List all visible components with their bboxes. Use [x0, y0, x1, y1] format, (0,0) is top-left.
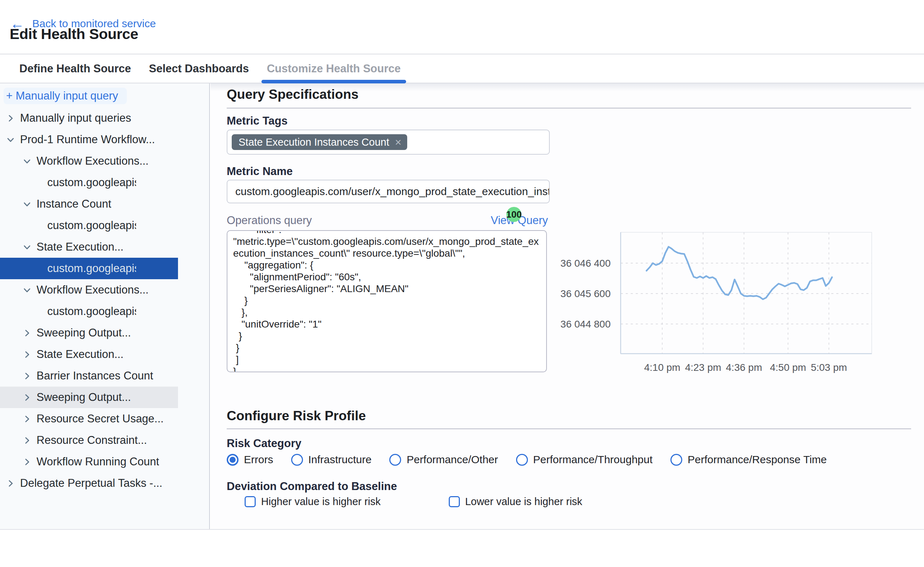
chevron-right-icon[interactable]	[22, 457, 32, 467]
tree-item-sweeping-output[interactable]: Sweeping Output...	[0, 387, 178, 408]
checkbox-option-label: Lower value is higher risk	[465, 496, 582, 508]
tree-item-barrier-instances-count[interactable]: Barrier Instances Count	[0, 365, 178, 387]
tree-item-custom-googleapis-co[interactable]: custom.googleapis.co	[0, 172, 178, 193]
radio-button-icon[interactable]	[291, 454, 303, 466]
tree-item-workflow-running-count[interactable]: Workflow Running Count	[0, 451, 178, 472]
tree-item-label: Workflow Executions...	[36, 284, 149, 296]
checkbox-option-lower-value-is-higher-risk[interactable]: Lower value is higher risk	[449, 496, 582, 508]
metric-name-label: Metric Name	[227, 165, 293, 178]
page-title: Edit Health Source	[10, 26, 138, 43]
chevron-right-icon[interactable]	[22, 436, 32, 445]
tree-item-label: custom.googleapis.co	[47, 305, 136, 318]
tree-item-label: Instance Count	[36, 198, 111, 210]
tree-item-label: Resource Constraint...	[36, 434, 147, 447]
tree-item-workflow-executions[interactable]: Workflow Executions...	[0, 150, 178, 172]
y-axis-tick-label: 36 046 400	[560, 258, 611, 269]
edit-health-source-screen: ← Back to monitored service Edit Health …	[0, 0, 924, 567]
tree-item-label: State Execution...	[36, 348, 123, 361]
radio-button-icon[interactable]	[389, 454, 401, 466]
metric-tags-input[interactable]: State Execution Instances Count ×	[227, 130, 550, 154]
section-divider	[227, 429, 911, 429]
radio-option-label: Infrastructure	[308, 453, 372, 466]
metric-tag-chip-label: State Execution Instances Count	[239, 136, 389, 148]
risk-category-label: Risk Category	[227, 437, 301, 450]
add-manual-query-label: + Manually input query	[6, 90, 118, 102]
footer: Previous Submit	[0, 529, 924, 567]
tree-item-instance-count[interactable]: Instance Count	[0, 193, 178, 215]
radio-option-errors[interactable]: Errors	[227, 453, 273, 466]
tree-item-workflow-executions[interactable]: Workflow Executions...	[0, 279, 178, 301]
tree-item-label: Prod-1 Runtime Workflow...	[20, 133, 155, 146]
tree-item-custom-googleapis-co[interactable]: custom.googleapis.co	[0, 301, 178, 322]
tree-item-state-execution[interactable]: State Execution...	[0, 236, 178, 258]
operations-query-code[interactable]: "filter": "metric.type=\"custom.googleap…	[227, 230, 546, 372]
tree-item-prod-1-runtime-workflow[interactable]: Prod-1 Runtime Workflow...	[0, 129, 178, 150]
radio-button-icon[interactable]	[227, 454, 239, 466]
chevron-right-icon[interactable]	[22, 350, 32, 359]
radio-option-performance-other[interactable]: Performance/Other	[389, 453, 498, 466]
chevron-right-icon[interactable]	[22, 371, 32, 381]
radio-option-label: Performance/Response Time	[688, 453, 827, 466]
chevron-down-icon[interactable]	[22, 200, 32, 209]
checkbox-icon[interactable]	[449, 496, 460, 507]
metric-chart: 36 046 40036 045 60036 044 8004:10 pm4:2…	[551, 225, 888, 383]
tree-item-label: Delegate Perpetual Tasks -...	[20, 477, 162, 490]
tree-item-sweeping-output[interactable]: Sweeping Output...	[0, 322, 178, 344]
tree-item-manually-input-queries[interactable]: Manually input queries	[0, 107, 178, 129]
radio-button-icon[interactable]	[516, 454, 528, 466]
chevron-right-icon[interactable]	[6, 114, 15, 123]
tree-item-resource-secret-usage[interactable]: Resource Secret Usage...	[0, 408, 178, 429]
tree-item-delegate-perpetual-tasks[interactable]: Delegate Perpetual Tasks -...	[0, 472, 178, 494]
x-axis-tick-label: 4:10 pm	[644, 362, 681, 373]
radio-option-performance-response-time[interactable]: Performance/Response Time	[670, 453, 827, 466]
tree-item-label: custom.googleapis.co	[47, 262, 136, 275]
chevron-right-icon[interactable]	[22, 328, 32, 338]
metric-tag-chip[interactable]: State Execution Instances Count ×	[232, 134, 407, 150]
metric-name-value: custom.googleapis.com/user/x_mongo_prod_…	[235, 185, 550, 198]
main-panel: Query Specifications Metric Tags State E…	[210, 83, 924, 529]
checkbox-icon[interactable]	[245, 496, 256, 507]
tree-item-label: Resource Secret Usage...	[36, 412, 164, 425]
metric-name-input[interactable]: custom.googleapis.com/user/x_mongo_prod_…	[227, 180, 550, 203]
radio-button-icon[interactable]	[670, 454, 682, 466]
tree-item-custom-googleapis-co[interactable]: custom.googleapis.co	[0, 215, 178, 236]
chevron-right-icon[interactable]	[6, 478, 15, 488]
operations-query-editor[interactable]: "filter": "metric.type=\"custom.googleap…	[227, 230, 547, 372]
tree-item-label: custom.googleapis.co	[47, 219, 136, 232]
tree-item-label: Barrier Instances Count	[36, 369, 153, 382]
tree-item-resource-constraint[interactable]: Resource Constraint...	[0, 429, 178, 451]
chevron-down-icon[interactable]	[6, 135, 15, 145]
radio-option-performance-throughput[interactable]: Performance/Throughput	[516, 453, 653, 466]
configure-risk-profile-title: Configure Risk Profile	[227, 408, 366, 423]
tab-define-health-source[interactable]: Define Health Source	[19, 54, 131, 82]
tab-select-dashboards[interactable]: Select Dashboards	[149, 54, 249, 82]
tree-item-state-execution[interactable]: State Execution...	[0, 344, 178, 365]
y-axis-tick-label: 36 045 600	[560, 288, 611, 299]
chevron-down-icon[interactable]	[22, 242, 32, 252]
chip-close-icon[interactable]: ×	[395, 137, 401, 148]
tab-customize-health-source[interactable]: Customize Health Source	[266, 54, 401, 82]
header: ← Back to monitored service Edit Health …	[0, 0, 924, 54]
add-manual-query-button[interactable]: + Manually input query	[4, 88, 127, 104]
chevron-right-icon[interactable]	[22, 414, 32, 424]
tree-item-custom-googleapis-co[interactable]: custom.googleapis.co	[0, 258, 178, 279]
chevron-down-icon[interactable]	[22, 285, 32, 295]
metric-chart-svg: 36 046 40036 045 60036 044 8004:10 pm4:2…	[551, 225, 888, 383]
deviation-label: Deviation Compared to Baseline	[227, 480, 397, 493]
sidebar-tree: Manually input queriesProd-1 Runtime Wor…	[0, 107, 210, 494]
tree-item-label: Workflow Running Count	[36, 455, 159, 468]
checkbox-option-higher-value-is-higher-risk[interactable]: Higher value is higher risk	[245, 496, 381, 508]
tree-item-label: Workflow Executions...	[36, 154, 149, 168]
x-axis-tick-label: 4:50 pm	[770, 362, 806, 373]
y-axis-tick-label: 36 044 800	[560, 319, 611, 330]
x-axis-tick-label: 4:23 pm	[685, 362, 721, 373]
radio-option-label: Performance/Other	[407, 453, 498, 466]
checkbox-option-label: Higher value is higher risk	[261, 496, 381, 508]
radio-option-label: Performance/Throughput	[533, 453, 653, 466]
metric-tags-label: Metric Tags	[227, 114, 288, 128]
chevron-right-icon[interactable]	[22, 393, 32, 402]
radio-option-label: Errors	[244, 453, 273, 466]
chevron-down-icon[interactable]	[22, 156, 32, 166]
radio-option-infrastructure[interactable]: Infrastructure	[291, 453, 372, 466]
operations-query-label: Operations query	[227, 214, 312, 227]
